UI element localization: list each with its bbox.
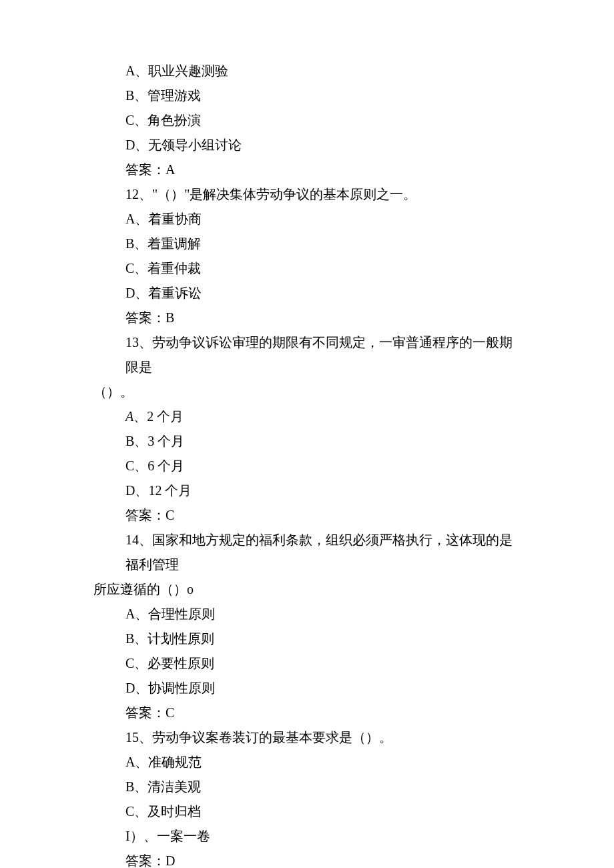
q13-option-a-text: 、2 个月 — [133, 409, 184, 424]
q14-option-c: C、必要性原则 — [0, 651, 614, 676]
q15-option-c: C、及时归档 — [0, 799, 614, 824]
q13-option-b: B、3 个月 — [0, 429, 614, 454]
q14-stem-line1: 14、国家和地方规定的福利条款，组织必须严格执行，这体现的是福利管理 — [0, 528, 614, 577]
q15-answer: 答案：D — [0, 849, 614, 868]
q14-stem-line2: 所应遵循的（）o — [0, 577, 614, 602]
q12-option-b: B、着重调解 — [0, 232, 614, 256]
q11-option-a: A、职业兴趣测验 — [0, 59, 614, 83]
q11-option-b: B、管理游戏 — [0, 83, 614, 108]
q13-option-a: A、2 个月 — [0, 404, 614, 429]
q13-option-c: C、6 个月 — [0, 454, 614, 478]
q15-option-d: I）、一案一卷 — [0, 824, 614, 849]
q13-option-d: D、12 个月 — [0, 478, 614, 503]
q15-option-a: A、准确规范 — [0, 750, 614, 775]
q15-stem: 15、劳动争议案卷装订的最基本要求是（）。 — [0, 725, 614, 750]
q12-answer: 答案：B — [0, 306, 614, 330]
q15-option-b: B、清洁美观 — [0, 775, 614, 799]
q11-option-c: C、角色扮演 — [0, 108, 614, 133]
q14-option-d: D、协调性原则 — [0, 676, 614, 701]
q12-option-d: D、着重诉讼 — [0, 281, 614, 306]
q14-option-a: A、合理性原则 — [0, 602, 614, 626]
q13-stem-line1: 13、劳动争议诉讼审理的期限有不同规定，一审普通程序的一般期限是 — [0, 330, 614, 380]
document-page: A、职业兴趣测验 B、管理游戏 C、角色扮演 D、无领导小组讨论 答案：A 12… — [0, 0, 614, 868]
q11-option-d: D、无领导小组讨论 — [0, 133, 614, 157]
q14-answer: 答案：C — [0, 701, 614, 725]
q14-option-b: B、计划性原则 — [0, 626, 614, 651]
q12-option-c: C、着重仲裁 — [0, 256, 614, 281]
q12-option-a: A、着重协商 — [0, 207, 614, 232]
q13-answer: 答案：C — [0, 503, 614, 528]
q13-stem-line2: （）。 — [0, 380, 614, 404]
q12-stem: 12、"（）"是解决集体劳动争议的基本原则之一。 — [0, 182, 614, 207]
q13-option-a-label: A — [125, 409, 133, 424]
q11-answer: 答案：A — [0, 157, 614, 182]
